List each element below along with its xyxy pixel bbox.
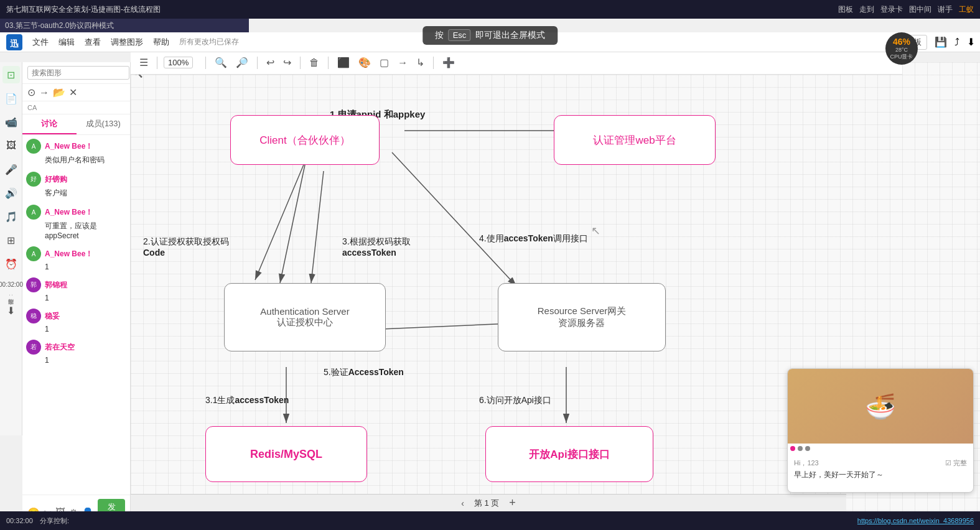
menu-adjust[interactable]: 调整图形	[106, 34, 148, 50]
esc-prefix: 按	[435, 30, 444, 40]
statusbar-left: 00:32:00 分享控制:	[6, 516, 69, 526]
toolbar-sep-6	[433, 57, 434, 69]
toolbar-sep-3	[257, 57, 258, 69]
popup-complete: ☑ 完整	[945, 458, 967, 468]
sidebar-icon-3[interactable]: 📂	[53, 86, 65, 98]
chat-message-4: 郭 郭锦程 1	[26, 277, 126, 302]
dot-3	[805, 446, 810, 451]
share-screen-icon[interactable]: ⊡	[2, 66, 20, 83]
line-btn[interactable]: ↳	[414, 55, 427, 70]
label-step6: 6.访问开放Api接口	[479, 395, 551, 406]
border-btn[interactable]: ▢	[377, 55, 391, 70]
image-icon[interactable]: 🖼	[2, 137, 20, 154]
cpu-temp: 28°C	[895, 47, 908, 53]
topbar-title: 第七期互联网安全全策划-迅捷画图-在线流程图	[6, 4, 161, 15]
speaker-icon[interactable]: 🔊	[2, 184, 20, 202]
timer-display: 00:32:00	[6, 517, 33, 524]
format-btn[interactable]: ⬛	[335, 55, 352, 70]
chat-message-1: 好 好镑购 客户端	[26, 172, 126, 198]
ppt-icon[interactable]: 📄	[2, 90, 20, 107]
share-icon[interactable]: ⤴	[954, 37, 959, 48]
box-client[interactable]: Client（合伙伙伴）	[230, 115, 380, 165]
chat-panel: 讨论 成员(133) A A_New Bee！ 类似用户名和密码 好 好镑购 客…	[22, 114, 130, 530]
chat-message-3: A A_New Bee！ 1	[26, 246, 126, 271]
topbar-btn-gongyi[interactable]: 工蚁	[959, 4, 974, 15]
add-btn[interactable]: ➕	[440, 55, 457, 70]
menu-help[interactable]: 帮助	[148, 34, 174, 50]
statusbar: 00:32:00 分享控制: https://blog.csdn.net/wei…	[0, 511, 980, 530]
popup-dots	[788, 444, 973, 453]
sidebar-icon-close[interactable]: ✕	[69, 86, 77, 98]
chat-tabs: 讨论 成员(133)	[22, 114, 130, 135]
toolbar-sep-1	[157, 57, 157, 69]
toolbar: ☰ 100% 🔍 🔎 ↩ ↪ 🗑 ⬛ 🎨 ▢ → ↳ ➕	[131, 51, 902, 75]
subtitle-text: 03.第三节-oauth2.0协议四种模式	[5, 21, 114, 31]
zoom-out-btn[interactable]: 🔍	[212, 55, 230, 70]
topbar-buttons: 图板 走到 登录卡 图中间 谢手 工蚁	[838, 4, 974, 15]
chat-messages: A A_New Bee！ 类似用户名和密码 好 好镑购 客户端 A A_New …	[22, 135, 130, 495]
search-box: 🔍	[22, 62, 130, 84]
box-auth-server[interactable]: Authentication Server 认证授权中心	[224, 283, 386, 351]
arrow-btn[interactable]: →	[395, 56, 410, 70]
topbar: 第七期互联网安全全策划-迅捷画图-在线流程图 图板 走到 登录卡 图中间 谢手 …	[0, 0, 980, 19]
svg-line-5	[280, 165, 305, 283]
box-open-api[interactable]: 开放Api接口接口	[485, 426, 653, 482]
chat-message-6: 若 若在天空 1	[26, 340, 126, 365]
box-resource-server[interactable]: Resource Server网关 资源服务器	[498, 283, 666, 351]
box-redis[interactable]: Redis/MySQL	[205, 426, 367, 482]
cpu-percent: 46%	[893, 37, 910, 47]
layout-toggle[interactable]: ☰	[137, 55, 151, 70]
save-icon[interactable]: 💾	[935, 36, 947, 48]
menu-view[interactable]: 查看	[80, 34, 106, 50]
search-input[interactable]	[27, 66, 129, 80]
timer-icon[interactable]: ⏰	[2, 255, 20, 272]
popup-bottom: Hi，123 ☑ 完整 早上好，美好一天开始了～	[788, 453, 973, 485]
controls-label: 分享控制:	[40, 517, 69, 524]
undo-btn[interactable]: ↩	[264, 55, 277, 70]
strip-controls: 分享控制:	[7, 294, 15, 296]
svg-text:迅: 迅	[10, 39, 19, 49]
saved-notice: 所有更改均已保存	[179, 37, 239, 47]
toolbar-sep-4	[300, 57, 301, 69]
menu-file[interactable]: 文件	[27, 34, 54, 50]
sidebar-icon-1[interactable]: ⊙	[27, 86, 35, 98]
sidebar-icon-2[interactable]: →	[39, 87, 49, 98]
toolbar-sep-2	[205, 57, 206, 69]
tab-members[interactable]: 成员(133)	[77, 114, 131, 134]
cursor-indicator: ↖	[591, 224, 600, 238]
box-auth-web[interactable]: 认证管理web平台	[554, 115, 716, 165]
dot-2	[798, 446, 803, 451]
esc-notice: 按 Esc 即可退出全屏模式	[422, 26, 558, 45]
label-step31: 3.1生成accessToken	[205, 395, 289, 406]
music-icon[interactable]: 🎵	[2, 208, 20, 225]
topbar-btn-xieshou[interactable]: 谢手	[938, 4, 953, 15]
prev-page-btn[interactable]: ‹	[461, 498, 464, 508]
topbar-btn-daodao[interactable]: 走到	[859, 4, 874, 15]
strip-time: 00:32:00	[0, 281, 23, 288]
ca-label-area: CA	[22, 101, 130, 114]
delete-btn[interactable]: 🗑	[307, 56, 322, 70]
statusbar-right: https://blog.csdn.net/weixin_43689956	[857, 517, 974, 524]
topbar-btn-denglu[interactable]: 登录卡	[880, 4, 903, 15]
download-strip-icon[interactable]: ⬇	[2, 302, 20, 320]
multi-screen-icon[interactable]: ⊞	[2, 231, 20, 249]
mic-icon[interactable]: 🎤	[2, 160, 20, 178]
chat-message-2: A A_New Bee！ 可重置，应该是appSecret	[26, 205, 126, 240]
page-indicator: 第 1 页	[474, 498, 499, 509]
download-icon[interactable]: ⬇	[967, 36, 975, 48]
label-step2: 2.认证授权获取授权码 Code	[143, 236, 229, 258]
url-display: https://blog.csdn.net/weixin_43689956	[857, 517, 974, 524]
redo-btn[interactable]: ↪	[281, 55, 294, 70]
popup-image-area: 🍜	[788, 369, 973, 444]
chat-message-0: A A_New Bee！ 类似用户名和密码	[26, 139, 126, 165]
svg-line-7	[392, 152, 516, 286]
add-page-btn[interactable]: +	[509, 496, 516, 509]
live-video-icon[interactable]: 📹	[2, 113, 20, 131]
topbar-btn-tuban[interactable]: 图板	[838, 4, 853, 15]
tab-discussion[interactable]: 讨论	[22, 114, 77, 134]
topbar-btn-tuzhongjian[interactable]: 图中间	[909, 4, 931, 15]
label-step5: 5.验证AccessToken	[324, 367, 404, 378]
color-btn[interactable]: 🎨	[356, 55, 373, 70]
zoom-in-btn[interactable]: 🔎	[233, 55, 251, 70]
menu-edit[interactable]: 编辑	[54, 34, 80, 50]
